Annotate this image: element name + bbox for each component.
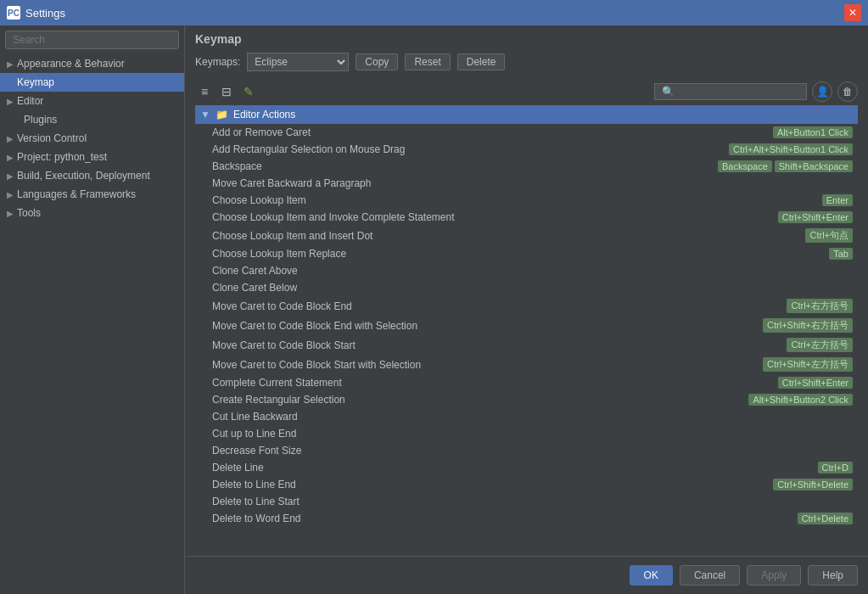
action-rows-container: Add or Remove CaretAlt+Button1 ClickAdd … [195, 124, 858, 527]
table-row[interactable]: Choose Lookup Item ReplaceTab [195, 245, 858, 262]
sidebar-item-version-control[interactable]: ▶ Version Control [0, 129, 184, 148]
table-row[interactable]: Move Caret to Code Block StartCtrl+左方括号 [195, 335, 858, 355]
sidebar-item-plugins[interactable]: Plugins [0, 110, 184, 129]
sidebar-item-tools[interactable]: ▶ Tools [0, 204, 184, 222]
person-icon-button[interactable]: 👤 [812, 81, 832, 102]
sidebar-item-build[interactable]: ▶ Build, Execution, Deployment [0, 166, 184, 185]
action-name: Delete Line [212, 462, 818, 474]
table-row[interactable]: Move Caret Backward a Paragraph [195, 175, 858, 192]
table-row[interactable]: Move Caret to Code Block End with Select… [195, 316, 858, 335]
table-row[interactable]: Add Rectangular Selection on Mouse DragC… [195, 141, 858, 158]
sidebar-item-editor[interactable]: ▶ Editor [0, 92, 184, 110]
table-row[interactable]: Delete to Line Start [195, 493, 858, 510]
table-row[interactable]: Create Rectangular SelectionAlt+Shift+Bu… [195, 391, 858, 408]
action-name: Cut Line Backward [212, 411, 853, 423]
action-name: Add Rectangular Selection on Mouse Drag [212, 143, 729, 155]
shortcut-badge: Ctrl+Shift+左方括号 [763, 357, 853, 372]
table-row[interactable]: Cut up to Line End [195, 425, 858, 442]
title-bar: PC Settings ✕ [0, 0, 868, 25]
action-name: Choose Lookup Item [212, 194, 822, 206]
shortcut-badge: Ctrl+左方括号 [787, 338, 853, 352]
title-bar-left: PC Settings [7, 6, 65, 20]
shortcut-badge: Backspace [718, 160, 772, 172]
sidebar-item-label: Editor [17, 95, 43, 107]
shortcut-badge: Ctrl+Shift+右方括号 [763, 318, 853, 333]
action-name: Move Caret to Code Block End with Select… [212, 320, 763, 332]
table-row[interactable]: BackspaceBackspaceShift+Backspace [195, 158, 858, 175]
table-row[interactable]: Cut Line Backward [195, 408, 858, 425]
sidebar-item-project[interactable]: ▶ Project: python_test [0, 148, 184, 166]
keymap-title: Keymap [195, 32, 858, 46]
table-row[interactable]: Delete LineCtrl+D [195, 459, 858, 476]
sidebar-item-label: Plugins [24, 114, 57, 126]
action-name: Choose Lookup Item Replace [212, 248, 829, 260]
reset-button[interactable]: Reset [405, 53, 450, 70]
trash-icon-button[interactable]: 🗑 [837, 81, 858, 102]
table-row[interactable]: Add or Remove CaretAlt+Button1 Click [195, 124, 858, 141]
shortcut-badge: Ctrl+Shift+Enter [778, 211, 853, 223]
toolbar-row: ≡ ⊟ ✎ 👤 🗑 [185, 78, 868, 105]
arrow-icon: ▶ [7, 59, 14, 69]
shortcut-badge: Tab [829, 248, 853, 260]
shortcut-badges: Ctrl+Shift+Enter [778, 211, 853, 223]
action-name: Choose Lookup Item and Insert Dot [212, 230, 805, 242]
sidebar-item-languages[interactable]: ▶ Languages & Frameworks [0, 185, 184, 204]
table-row[interactable]: Choose Lookup Item and Insert DotCtrl+句点 [195, 226, 858, 245]
search-input[interactable] [5, 31, 179, 49]
app-icon: PC [7, 6, 20, 20]
table-row[interactable]: Complete Current StatementCtrl+Shift+Ent… [195, 374, 858, 391]
action-name: Delete to Line Start [212, 496, 853, 507]
table-row[interactable]: Choose Lookup ItemEnter [195, 192, 858, 209]
table-row[interactable]: Clone Caret Above [195, 262, 858, 279]
sidebar-item-label: Keymap [17, 76, 54, 88]
table-row[interactable]: Move Caret to Code Block Start with Sele… [195, 355, 858, 374]
table-row[interactable]: Delete to Word EndCtrl+Delete [195, 510, 858, 527]
sidebar-item-label: Tools [17, 207, 41, 219]
table-row[interactable]: Clone Caret Below [195, 279, 858, 296]
copy-button[interactable]: Copy [356, 53, 398, 70]
shortcut-badges: Ctrl+D [818, 462, 853, 474]
shortcut-badges: Ctrl+Alt+Shift+Button1 Click [729, 143, 853, 155]
search-filter-input[interactable] [654, 83, 807, 100]
ok-button[interactable]: OK [630, 565, 673, 586]
sidebar-item-appearance[interactable]: ▶ Appearance & Behavior [0, 54, 184, 73]
shortcut-badges: Ctrl+Shift+Delete [773, 479, 853, 490]
table-row[interactable]: Decrease Font Size [195, 442, 858, 459]
group-header-editor-actions[interactable]: ▼ 📁 Editor Actions [195, 105, 858, 124]
expand-all-icon[interactable]: ≡ [195, 82, 214, 101]
action-name: Clone Caret Below [212, 282, 853, 294]
arrow-icon: ▶ [7, 134, 14, 143]
shortcut-badge: Enter [822, 194, 853, 206]
sidebar-item-keymap[interactable]: Keymap [0, 73, 184, 92]
sidebar-item-label: Version Control [17, 132, 87, 144]
keymaps-label: Keymaps: [195, 56, 240, 68]
apply-button[interactable]: Apply [747, 565, 801, 586]
shortcut-badges: Alt+Button1 Click [773, 126, 853, 138]
help-button[interactable]: Help [808, 565, 858, 586]
shortcut-badges: Tab [829, 248, 853, 260]
close-button[interactable]: ✕ [844, 4, 861, 21]
group-label: Editor Actions [233, 109, 295, 120]
shortcut-badge: Ctrl+D [818, 462, 853, 474]
table-row[interactable]: Choose Lookup Item and Invoke Complete S… [195, 209, 858, 226]
sidebar-item-label: Languages & Frameworks [17, 188, 136, 200]
shortcut-badges: Enter [822, 194, 853, 206]
collapse-all-icon[interactable]: ⊟ [217, 82, 236, 101]
action-name: Move Caret to Code Block Start [212, 339, 787, 351]
footer: OK Cancel Apply Help [185, 556, 868, 594]
arrow-icon: ▶ [7, 153, 14, 162]
action-name: Complete Current Statement [212, 377, 778, 389]
shortcut-badge: Ctrl+Shift+Delete [773, 479, 853, 490]
table-row[interactable]: Delete to Line EndCtrl+Shift+Delete [195, 476, 858, 493]
shortcut-badge: Ctrl+句点 [805, 228, 853, 243]
collapse-icon: ▼ [200, 109, 210, 120]
delete-button[interactable]: Delete [457, 53, 506, 70]
action-name: Choose Lookup Item and Invoke Complete S… [212, 211, 778, 223]
keymap-select[interactable]: Eclipse Default Mac OS X [247, 53, 349, 71]
table-row[interactable]: Move Caret to Code Block EndCtrl+右方括号 [195, 296, 858, 316]
action-name: Create Rectangular Selection [212, 394, 748, 406]
edit-icon[interactable]: ✎ [239, 82, 258, 101]
cancel-button[interactable]: Cancel [680, 565, 740, 586]
table-container[interactable]: ▼ 📁 Editor Actions Add or Remove CaretAl… [195, 105, 858, 556]
sidebar-item-label: Project: python_test [17, 151, 107, 163]
